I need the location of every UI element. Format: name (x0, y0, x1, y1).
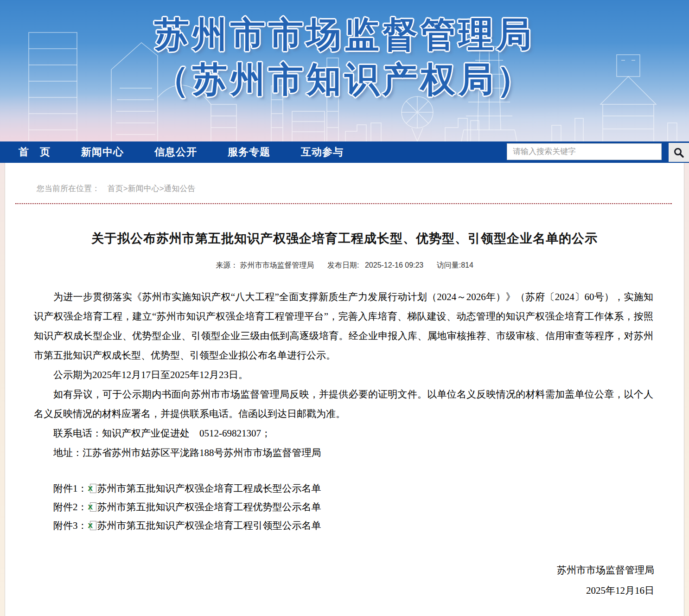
breadcrumb: 您当前所在位置： 首页>新闻中心>通知公告 (5, 163, 684, 194)
article-meta: 来源： 苏州市市场监督管理局 发布日期: 2025-12-16 09:23 访问… (5, 261, 684, 270)
main-navbar: 首 页 新闻中心 信息公开 服务专题 互动参与 (0, 141, 689, 163)
excel-file-icon: X (88, 484, 96, 493)
attachment-label: 附件3： (53, 519, 88, 532)
nav-item-news[interactable]: 新闻中心 (81, 145, 124, 159)
breadcrumb-path[interactable]: 首页>新闻中心>通知公告 (108, 184, 196, 193)
meta-views-value: 814 (461, 261, 473, 269)
dotted-divider (15, 203, 672, 204)
meta-date-label: 发布日期: (327, 261, 359, 269)
article-body: 为进一步贯彻落实《苏州市实施知识产权“八大工程”全面支撑新质生产力发展行动计划（… (34, 287, 653, 462)
search-button[interactable] (669, 143, 689, 162)
signature-date: 2025年12月16日 (5, 580, 654, 601)
attachments-list: 附件1： X 苏州市第五批知识产权强企培育工程成长型公示名单 附件2： X 苏州… (34, 479, 653, 535)
attachment-link[interactable]: 苏州市第五批知识产权强企培育工程引领型公示名单 (97, 519, 321, 532)
page-title: 关于拟公布苏州市第五批知识产权强企培育工程成长型、优势型、引领型企业名单的公示 (33, 230, 656, 247)
nav-item-service-topics[interactable]: 服务专题 (228, 145, 270, 159)
breadcrumb-prefix: 您当前所在位置： (37, 184, 100, 193)
site-title-line2: （苏州市知识产权局） (0, 57, 689, 102)
signature-org: 苏州市市场监督管理局 (5, 560, 654, 580)
meta-date-value: 2025-12-16 09:23 (365, 261, 423, 269)
paragraph-address: 地址：江苏省苏州市姑苏区平泷路188号苏州市市场监督管理局 (34, 443, 653, 462)
paragraph: 公示期为2025年12月17日至2025年12月23日。 (34, 365, 653, 385)
nav-item-home[interactable]: 首 页 (19, 145, 51, 159)
attachment-link[interactable]: 苏州市第五批知识产权强企培育工程优势型公示名单 (97, 500, 321, 513)
search-input[interactable] (507, 143, 662, 160)
paragraph-contact-phone: 联系电话：知识产权产业促进处 0512-69821307； (34, 424, 653, 443)
attachment-label: 附件1： (53, 482, 88, 495)
site-title: 苏州市市场监督管理局 （苏州市知识产权局） (0, 12, 689, 102)
signature-block: 苏州市市场监督管理局 2025年12月16日 (5, 560, 654, 601)
content-panel: 您当前所在位置： 首页>新闻中心>通知公告 关于拟公布苏州市第五批知识产权强企培… (5, 163, 684, 616)
attachment-label: 附件2： (53, 500, 88, 513)
attachment-row: 附件3： X 苏州市第五批知识产权强企培育工程引领型公示名单 (34, 516, 653, 535)
attachment-row: 附件2： X 苏州市第五批知识产权强企培育工程优势型公示名单 (34, 498, 653, 516)
nav-item-info-disclosure[interactable]: 信息公开 (154, 145, 197, 159)
attachment-link[interactable]: 苏州市第五批知识产权强企培育工程成长型公示名单 (97, 482, 321, 495)
site-title-line1: 苏州市市场监督管理局 (0, 12, 689, 57)
excel-file-icon: X (88, 521, 96, 530)
paragraph: 为进一步贯彻落实《苏州市实施知识产权“八大工程”全面支撑新质生产力发展行动计划（… (34, 287, 653, 365)
site-banner: 苏州市市场监督管理局 （苏州市知识产权局） (0, 0, 689, 141)
search-icon (673, 147, 684, 158)
meta-source-value: 苏州市市场监督管理局 (240, 261, 314, 269)
meta-views-label: 访问量: (437, 261, 461, 269)
meta-source-label: 来源： (216, 261, 238, 269)
attachment-row: 附件1： X 苏州市第五批知识产权强企培育工程成长型公示名单 (34, 479, 653, 498)
paragraph: 如有异议，可于公示期内书面向苏州市市场监督管理局反映，并提供必要的证明文件。以单… (34, 385, 653, 424)
nav-item-interaction[interactable]: 互动参与 (301, 145, 344, 159)
excel-file-icon: X (88, 502, 96, 512)
